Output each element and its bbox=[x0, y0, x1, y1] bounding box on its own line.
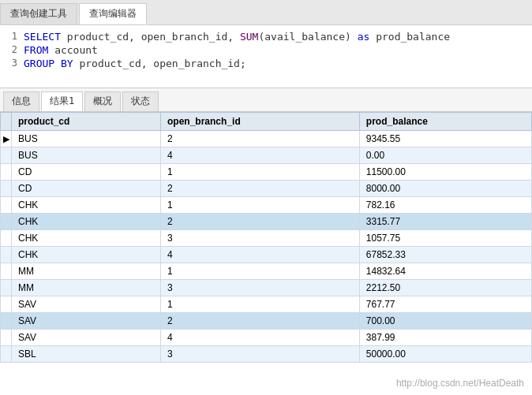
row-indicator bbox=[1, 280, 12, 296]
table-row[interactable]: CHK467852.33 bbox=[1, 247, 532, 263]
row-indicator bbox=[1, 197, 12, 214]
table-header: product_cd open_branch_id prod_balance bbox=[1, 113, 532, 131]
result-tabs: 信息 结果1 概况 状态 bbox=[0, 88, 532, 112]
row-indicator bbox=[1, 164, 12, 181]
row-indicator bbox=[1, 346, 12, 363]
col-prod-balance: prod_balance bbox=[359, 113, 531, 131]
table-row[interactable]: SAV1767.77 bbox=[1, 296, 532, 313]
table-row[interactable]: SBL350000.00 bbox=[1, 346, 532, 363]
toolbar-tabs: 查询创建工具 查询编辑器 bbox=[0, 0, 532, 25]
sql-line-2: 2 FROM account bbox=[0, 43, 532, 57]
table-row[interactable]: BUS40.00 bbox=[1, 147, 532, 164]
table-row[interactable]: CHK31057.75 bbox=[1, 230, 532, 247]
cell-open-branch-id: 3 bbox=[161, 230, 360, 247]
tab-status[interactable]: 状态 bbox=[122, 91, 159, 111]
cell-product-cd: BUS bbox=[12, 147, 161, 164]
cell-product-cd: SAV bbox=[12, 313, 161, 330]
cell-prod-balance: 14832.64 bbox=[359, 263, 531, 280]
line-content-1: SELECT product_cd, open_branch_id, SUM(a… bbox=[24, 31, 532, 43]
cell-prod-balance: 11500.00 bbox=[359, 164, 531, 181]
col-product-cd: product_cd bbox=[12, 113, 161, 131]
row-indicator bbox=[1, 263, 12, 280]
cell-prod-balance: 2212.50 bbox=[359, 280, 531, 296]
table-row[interactable]: CD111500.00 bbox=[1, 164, 532, 181]
tab-overview[interactable]: 概况 bbox=[84, 91, 121, 111]
watermark: http://blog.csdn.net/HeatDeath bbox=[396, 378, 524, 389]
table-row[interactable]: MM32212.50 bbox=[1, 280, 532, 296]
cell-open-branch-id: 1 bbox=[161, 164, 360, 181]
data-table-wrapper: product_cd open_branch_id prod_balance ▶… bbox=[0, 112, 532, 363]
cell-open-branch-id: 3 bbox=[161, 280, 360, 296]
table-row[interactable]: MM114832.64 bbox=[1, 263, 532, 280]
sql-line-1: 1 SELECT product_cd, open_branch_id, SUM… bbox=[0, 30, 532, 43]
cell-prod-balance: 9345.55 bbox=[359, 131, 531, 147]
cell-product-cd: SAV bbox=[12, 330, 161, 346]
cell-product-cd: CD bbox=[12, 181, 161, 197]
cell-prod-balance: 50000.00 bbox=[359, 346, 531, 363]
cell-prod-balance: 782.16 bbox=[359, 197, 531, 214]
cell-open-branch-id: 2 bbox=[161, 214, 360, 230]
table-row[interactable]: SAV4387.99 bbox=[1, 330, 532, 346]
cell-open-branch-id: 4 bbox=[161, 330, 360, 346]
cell-prod-balance: 387.99 bbox=[359, 330, 531, 346]
cell-open-branch-id: 1 bbox=[161, 197, 360, 214]
row-indicator bbox=[1, 181, 12, 197]
cell-prod-balance: 3315.77 bbox=[359, 214, 531, 230]
cell-product-cd: CD bbox=[12, 164, 161, 181]
cell-product-cd: MM bbox=[12, 280, 161, 296]
cell-product-cd: CHK bbox=[12, 214, 161, 230]
col-open-branch-id: open_branch_id bbox=[161, 113, 360, 131]
main-container: 查询创建工具 查询编辑器 1 SELECT product_cd, open_b… bbox=[0, 0, 532, 395]
cell-product-cd: CHK bbox=[12, 230, 161, 247]
bottom-section: 信息 结果1 概况 状态 product_cd open_branch_id p… bbox=[0, 88, 532, 395]
tab-query-editor[interactable]: 查询编辑器 bbox=[79, 3, 147, 24]
cell-open-branch-id: 2 bbox=[161, 131, 360, 147]
cell-prod-balance: 1057.75 bbox=[359, 230, 531, 247]
table-row[interactable]: CHK23315.77 bbox=[1, 214, 532, 230]
tab-query-builder[interactable]: 查询创建工具 bbox=[0, 3, 77, 24]
table-row[interactable]: SAV2700.00 bbox=[1, 313, 532, 330]
table-row[interactable]: CD28000.00 bbox=[1, 181, 532, 197]
line-number-3: 3 bbox=[0, 58, 24, 69]
cell-product-cd: BUS bbox=[12, 131, 161, 147]
cell-prod-balance: 700.00 bbox=[359, 313, 531, 330]
cell-open-branch-id: 4 bbox=[161, 147, 360, 164]
row-indicator: ▶ bbox=[1, 131, 12, 147]
cell-product-cd: SAV bbox=[12, 296, 161, 313]
cell-open-branch-id: 1 bbox=[161, 263, 360, 280]
cell-prod-balance: 767.77 bbox=[359, 296, 531, 313]
cell-open-branch-id: 3 bbox=[161, 346, 360, 363]
row-indicator bbox=[1, 247, 12, 263]
sql-editor[interactable]: 1 SELECT product_cd, open_branch_id, SUM… bbox=[0, 25, 532, 88]
line-number-1: 1 bbox=[0, 31, 24, 42]
cell-prod-balance: 67852.33 bbox=[359, 247, 531, 263]
cell-product-cd: MM bbox=[12, 263, 161, 280]
table-row[interactable]: CHK1782.16 bbox=[1, 197, 532, 214]
row-indicator bbox=[1, 296, 12, 313]
cell-open-branch-id: 4 bbox=[161, 247, 360, 263]
col-indicator bbox=[1, 113, 12, 131]
cell-open-branch-id: 1 bbox=[161, 296, 360, 313]
cell-open-branch-id: 2 bbox=[161, 181, 360, 197]
cell-product-cd: CHK bbox=[12, 197, 161, 214]
cell-prod-balance: 8000.00 bbox=[359, 181, 531, 197]
result-table: product_cd open_branch_id prod_balance ▶… bbox=[0, 112, 532, 363]
line-content-3: GROUP BY product_cd, open_branch_id; bbox=[24, 58, 532, 69]
cell-prod-balance: 0.00 bbox=[359, 147, 531, 164]
row-indicator bbox=[1, 313, 12, 330]
cell-product-cd: CHK bbox=[12, 247, 161, 263]
table-row[interactable]: ▶BUS29345.55 bbox=[1, 131, 532, 147]
cell-product-cd: SBL bbox=[12, 346, 161, 363]
tab-info[interactable]: 信息 bbox=[3, 91, 39, 111]
line-number-2: 2 bbox=[0, 44, 24, 55]
tab-result1[interactable]: 结果1 bbox=[41, 91, 83, 111]
row-indicator bbox=[1, 330, 12, 346]
row-indicator bbox=[1, 214, 12, 230]
row-indicator bbox=[1, 147, 12, 164]
row-indicator bbox=[1, 230, 12, 247]
cell-open-branch-id: 2 bbox=[161, 313, 360, 330]
sql-line-3: 3 GROUP BY product_cd, open_branch_id; bbox=[0, 57, 532, 70]
line-content-2: FROM account bbox=[24, 44, 532, 56]
table-body: ▶BUS29345.55BUS40.00CD111500.00CD28000.0… bbox=[1, 131, 532, 363]
